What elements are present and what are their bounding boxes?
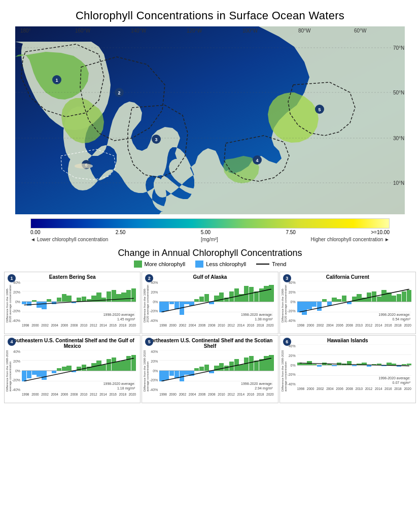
chart-inner-4: 1998-2020 average:1.18 mg/m²199820002002… <box>22 350 136 401</box>
bar-wrapper <box>234 350 239 392</box>
bar-wrapper <box>312 281 317 322</box>
bar <box>66 296 71 302</box>
bar <box>189 371 194 376</box>
chart-area-wrapper-1: 40%20%0%-20%-40%1998-2020 average:1.45 m… <box>22 281 136 332</box>
bar <box>77 298 81 302</box>
bar <box>126 356 131 371</box>
bar-wrapper <box>337 344 341 386</box>
bar <box>169 302 174 304</box>
chart-xaxis-4: 1998200020022004200620082010201220142016… <box>22 392 136 401</box>
bar <box>184 371 189 375</box>
chart-title-2: Gulf of Alaska <box>145 274 274 280</box>
chart-title-6: Hawaiian Islands <box>283 338 412 343</box>
bar <box>204 365 209 371</box>
chart-xaxis-6: 1998200020022004200620082010201220142016… <box>297 386 411 395</box>
bar-wrapper <box>91 281 96 322</box>
bar <box>302 364 306 365</box>
chart-inner-2: 1998-2020 average:1.38 mg/m²199820002002… <box>159 281 273 332</box>
bar-wrapper <box>174 350 179 392</box>
bar <box>174 302 179 309</box>
bar-wrapper <box>352 344 357 386</box>
bar-wrapper <box>32 350 37 392</box>
bar-wrapper <box>347 344 352 386</box>
bar <box>327 364 332 365</box>
bar-wrapper <box>82 281 86 322</box>
bar-wrapper <box>96 350 101 392</box>
bar-wrapper <box>37 281 41 322</box>
chart-panel-2: Difference from the 1998-2020 average co… <box>142 272 278 334</box>
bar-wrapper <box>357 281 361 322</box>
chart-title-4: Southeastern U.S. Continental Shelf and … <box>8 338 137 349</box>
bar <box>377 364 381 365</box>
svg-text:3: 3 <box>155 137 157 142</box>
bar-wrapper <box>204 350 209 392</box>
bar <box>107 291 111 302</box>
svg-text:140°W: 140°W <box>131 28 147 34</box>
bar <box>297 302 302 312</box>
bar-wrapper <box>312 344 317 386</box>
chart-inner-6: 1998-2020 average:0.07 mg/m²199820002002… <box>297 344 411 395</box>
bar <box>52 302 56 304</box>
chart-xaxis-3: 1998200020022004200620082010201220142016… <box>297 322 411 332</box>
bar <box>307 361 311 365</box>
svg-text:60°W: 60°W <box>354 28 367 34</box>
chart-area-wrapper-5: 40%20%0%-20%-40%1998-2020 average:2.94 m… <box>159 350 273 401</box>
bar <box>407 290 411 302</box>
bar-wrapper <box>209 350 214 392</box>
bar-wrapper <box>47 350 51 392</box>
bar-wrapper <box>327 281 332 322</box>
svg-text:30°N: 30°N <box>393 136 404 141</box>
legend-trend: Trend <box>256 261 286 267</box>
map-section: 180° 160°W 140°W 120°W 100°W 80°W 60°W 7… <box>0 26 420 243</box>
bar-wrapper <box>42 281 46 322</box>
bar <box>317 365 322 367</box>
bar-wrapper <box>194 350 199 392</box>
bar-wrapper <box>37 350 41 392</box>
chart-panel-1: Difference from the 1998-2020 average co… <box>4 272 141 334</box>
bar <box>249 356 254 371</box>
chart-inner-5: 1998-2020 average:2.94 mg/m²199820002002… <box>159 350 273 401</box>
bar <box>121 292 126 302</box>
bar <box>337 299 341 302</box>
bar-wrapper <box>66 281 71 322</box>
bar <box>194 299 199 302</box>
bar <box>72 371 76 372</box>
bar-wrapper <box>96 281 101 322</box>
bar <box>42 371 46 380</box>
bar-wrapper <box>234 281 239 322</box>
bar <box>381 365 386 366</box>
charts-legend: More chlorophyll Less chlorophyll Trend <box>0 261 420 272</box>
bar-wrapper <box>209 281 214 322</box>
bar-wrapper <box>22 281 26 322</box>
bar-wrapper <box>164 350 169 392</box>
bar <box>180 302 184 315</box>
bar <box>164 371 169 380</box>
bar <box>214 296 219 302</box>
bar <box>82 297 86 302</box>
bar <box>244 358 249 371</box>
svg-text:2: 2 <box>118 90 120 95</box>
chart-yticks-5: 40%20%0%-20%-40% <box>146 350 159 401</box>
colorbar-lower-label: ◄ Lower chlorophyll concentration <box>30 237 108 242</box>
bar-wrapper <box>27 281 31 322</box>
bar <box>37 371 41 377</box>
chart-yticks-1: 40%20%0%-20%-40% <box>9 281 22 332</box>
bar <box>332 365 336 366</box>
bar-wrapper <box>194 281 199 322</box>
bar <box>347 302 352 304</box>
legend-less-label: Less chlorophyll <box>206 261 246 267</box>
bar <box>42 302 46 309</box>
bar <box>57 368 61 371</box>
chart-area-wrapper-2: 40%20%0%-20%-40%1998-2020 average:1.38 m… <box>159 281 273 332</box>
bar <box>219 292 224 302</box>
bar-wrapper <box>302 344 306 386</box>
bar <box>367 365 371 367</box>
map-svg: 180° 160°W 140°W 120°W 100°W 80°W 60°W 7… <box>15 26 405 214</box>
chart-xaxis-2: 1998200020022004200620082010201220142016… <box>159 322 273 332</box>
bar-wrapper <box>229 350 234 392</box>
bar-wrapper <box>66 350 71 392</box>
bar <box>397 365 401 367</box>
bar-wrapper <box>62 281 66 322</box>
bar <box>209 302 214 304</box>
bar <box>62 294 66 302</box>
